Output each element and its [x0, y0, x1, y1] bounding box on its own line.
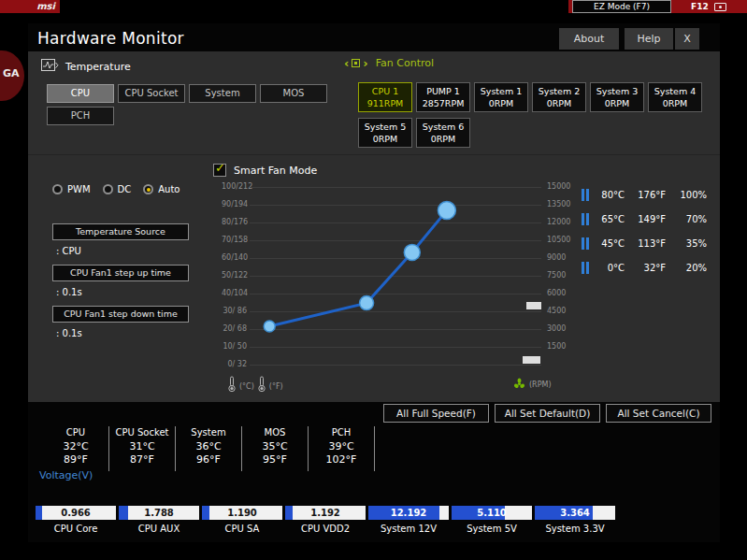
left-axis-tick: 20/ 68: [222, 324, 247, 333]
right-axis-tick: 6000: [547, 289, 566, 297]
fan-curve-point[interactable]: [404, 244, 420, 260]
bar: [582, 213, 584, 225]
fan-curve-point[interactable]: [438, 202, 455, 220]
temp-cell-cpu: CPU32°C89°F: [43, 426, 109, 471]
voltage-label-cpu-aux: CPU AUX: [119, 524, 199, 534]
right-axis-tick: 9000: [547, 253, 566, 262]
right-axis-tick: 12000: [547, 218, 570, 226]
fan-tile-pump-1[interactable]: PUMP 12857RPM: [416, 82, 470, 112]
monitor-panel: Temperature ‹ › Fan Control CPUCPU Socke…: [28, 51, 720, 402]
temp-fahrenheit: 89°F: [43, 453, 108, 467]
panel-divider: [28, 154, 720, 155]
fan-tile-cpu-1[interactable]: CPU 1911RPM: [358, 82, 412, 112]
left-axis-tick: 50/122: [222, 271, 247, 280]
fan-mode-label: PWM: [67, 184, 91, 194]
fan-tile-rpm: 0RPM: [475, 97, 527, 109]
fan-mode-label: Auto: [158, 184, 180, 194]
radio-icon: [52, 184, 63, 194]
fan-slider-handle-upper[interactable]: [526, 302, 541, 309]
ez-mode-button[interactable]: EZ Mode (F7): [572, 0, 671, 13]
radio-icon: [103, 184, 113, 194]
bar: [586, 237, 589, 250]
voltage-gauge-cpu-vdd2: 1.192: [285, 506, 366, 520]
temp-readouts: CPU32°C89°FCPU Socket31°C87°FSystem36°C9…: [43, 426, 375, 471]
temperature-tab-pch[interactable]: PCH: [47, 107, 114, 125]
all-set-cancel-c-button[interactable]: All Set Cancel(C): [606, 404, 711, 423]
right-axis-tick: 10500: [547, 236, 570, 244]
help-button[interactable]: Help: [625, 28, 673, 50]
page-title: Hardware Monitor: [37, 29, 184, 48]
fan-tile-name: System 4: [649, 85, 701, 97]
level-bars-icon: [582, 189, 594, 201]
temperature-tab-cpu[interactable]: CPU: [47, 84, 114, 103]
temperature-section-label: Temperature: [65, 61, 131, 73]
temp-cell-mos: MOS35°C95°F: [242, 426, 309, 471]
chevron-left-icon[interactable]: ‹: [344, 58, 349, 69]
temp-name: MOS: [242, 427, 308, 438]
fan-tile-system-6[interactable]: System 60RPM: [416, 118, 470, 148]
temperature-tab-system[interactable]: System: [189, 84, 256, 103]
fan-tile-system-2[interactable]: System 20RPM: [532, 82, 586, 112]
temp-celsius: 32°C: [43, 440, 108, 453]
fan-curve-point[interactable]: [264, 321, 275, 332]
temp-name: System: [176, 427, 241, 438]
fan-tile-name: System 6: [417, 121, 469, 133]
voltage-gauge-system-5v: 5.110: [452, 506, 532, 520]
fan-point-fahrenheit: 149°F: [625, 214, 666, 224]
left-axis-tick: 90/194: [222, 200, 247, 208]
cpu-fan1-step-up-time-button[interactable]: CPU Fan1 step up time: [52, 265, 189, 281]
x-axis-units: (°C) (°F): [227, 376, 283, 396]
temp-fahrenheit: 102°F: [309, 453, 374, 467]
temp-cell-system: System36°C96°F: [176, 426, 242, 471]
temp-name: CPU: [43, 427, 108, 438]
rpm-unit: (RPM): [513, 376, 552, 394]
close-button[interactable]: X: [675, 28, 699, 50]
voltage-label-system-5v: System 5V: [452, 524, 532, 534]
fan-curve-line: [269, 210, 447, 326]
bar: [582, 262, 584, 274]
fan-curve-chart: 100/2121500090/1941350080/1761200070/158…: [222, 181, 584, 401]
chevron-right-icon[interactable]: ›: [363, 58, 367, 69]
fan-point-list: 80°C176°F100%65°C149°F70%45°C113°F35%0°C…: [582, 182, 718, 280]
field-value: : CPU: [56, 246, 189, 256]
temperature-tabs-row1: CPUCPU SocketSystemMOS: [47, 84, 327, 103]
temperature-source-button[interactable]: Temperature Source: [52, 223, 189, 240]
voltage-gauge-cpu-core: 0.966: [36, 506, 116, 520]
about-button[interactable]: About: [559, 28, 619, 50]
fan-tile-system-1[interactable]: System 10RPM: [474, 82, 528, 112]
right-axis-tick: 1500: [547, 342, 566, 351]
field-value: : 0.1s: [56, 287, 189, 297]
fahrenheit-unit-label: (°F): [269, 382, 283, 391]
fan-tile-system-3[interactable]: System 30RPM: [590, 82, 644, 112]
all-full-speed-f-button[interactable]: All Full Speed(F): [383, 404, 489, 423]
fan-tile-system-5[interactable]: System 50RPM: [358, 118, 412, 148]
voltage-value: 1.788: [119, 506, 199, 520]
cpu-fan1-step-down-time-button[interactable]: CPU Fan1 step down time: [52, 306, 189, 323]
screenshot-icon[interactable]: [714, 3, 726, 11]
fan-point-percent: 20%: [666, 263, 707, 273]
temp-cell-cpu-socket: CPU Socket31°C87°F: [109, 426, 176, 471]
fan-mode-auto[interactable]: Auto: [143, 184, 180, 194]
fan-mode-dc[interactable]: DC: [103, 184, 132, 194]
fan-tile-system-4[interactable]: System 40RPM: [648, 82, 702, 112]
temperature-tab-mos[interactable]: MOS: [260, 84, 327, 103]
temperature-section-header: Temperature: [41, 58, 131, 76]
voltage-gauge-cpu-sa: 1.190: [202, 506, 282, 520]
left-axis-tick: 80/176: [222, 218, 247, 226]
voltage-label-cpu-core: CPU Core: [36, 524, 116, 534]
all-set-default-d-button[interactable]: All Set Default(D): [495, 404, 600, 423]
temperature-tab-cpu-socket[interactable]: CPU Socket: [118, 84, 185, 103]
temp-celsius: 36°C: [176, 440, 241, 453]
check-icon: ✓: [215, 161, 225, 175]
fan-tile-rpm: 0RPM: [591, 97, 643, 109]
left-axis-tick: 40/104: [222, 289, 247, 297]
level-bars-icon: [582, 262, 594, 274]
fan-slider-handle-lower[interactable]: [523, 356, 540, 364]
fan-tiles-row1: CPU 1911RPMPUMP 12857RPMSystem 10RPMSyst…: [358, 82, 702, 112]
temp-celsius: 35°C: [242, 440, 308, 453]
voltage-label-system-3-3v: System 3.3V: [535, 524, 615, 534]
fan-curve-point[interactable]: [360, 296, 374, 310]
smart-fan-mode-checkbox[interactable]: ✓: [213, 164, 226, 177]
fan-mode-pwm[interactable]: PWM: [52, 184, 91, 194]
temp-celsius: 39°C: [309, 440, 374, 453]
